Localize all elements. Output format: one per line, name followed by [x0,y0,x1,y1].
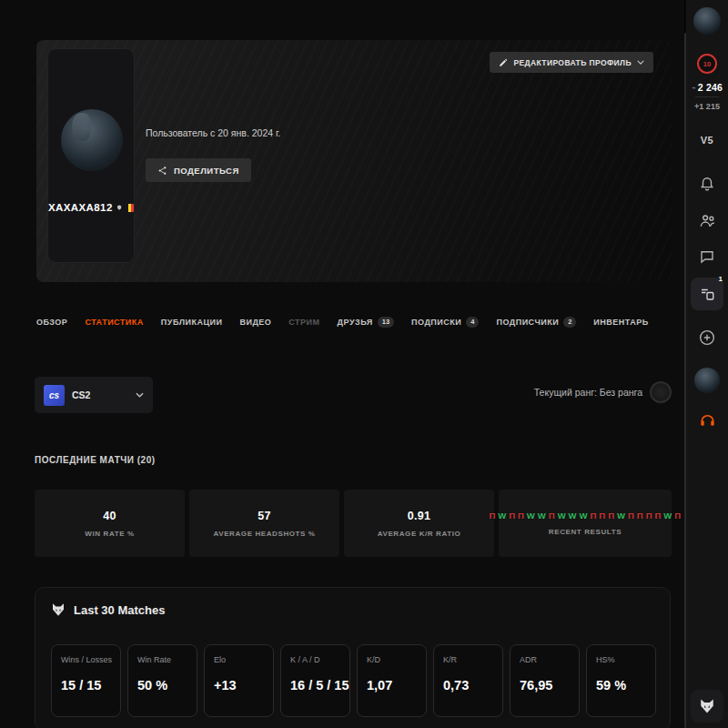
elo-wrap: ⌁ 2 246 [686,82,728,93]
plus-circle-icon [698,329,716,347]
sidebar-avatar-wrap [686,7,728,35]
elo-delta-wrap: +1 215 [686,102,728,111]
stat-tile-label: ADR [520,655,570,664]
headset-icon [699,411,716,429]
panel-header: Last 30 Matches [35,588,670,617]
avg-headshots-value: 57 [258,510,271,522]
faceit-level-icon: 10 [697,54,717,74]
current-rank: Текущий ранг: Без ранга [534,381,672,403]
result-letter: W [527,511,535,521]
profile-tabs: ОБЗОР СТАТИСТИКА ПУБЛИКАЦИИ ВИДЕО [36,313,673,331]
add-button[interactable] [698,329,716,347]
profile-tab[interactable]: ИНВЕНТАРЬ [593,314,648,330]
stat-tile-value: 0,73 [443,678,493,693]
profile-tab[interactable]: ПОДПИСКИ 4 [411,313,479,331]
profile-banner: XAXAXA812 Пользователь с 20 янв. 2024 г.… [36,40,672,282]
stat-tile-label: Elo [214,655,264,664]
username-row: XAXAXA812 [48,202,134,213]
fox-tracker-icon [699,698,715,714]
stat-tile: K/D 1,07 [357,644,427,717]
fox-tracker-icon [51,602,66,617]
stat-tile-label: Wins / Losses [61,655,111,664]
profile-page: XAXAXA812 Пользователь с 20 янв. 2024 г.… [0,0,728,728]
avg-headshots-label: AVERAGE HEADSHOTS % [213,530,315,538]
elo-value: 2 246 [698,82,723,93]
missions-button[interactable]: 1 [691,278,723,310]
profile-card: XAXAXA812 [47,48,135,263]
current-rank-label: Текущий ранг: Без ранга [534,387,642,398]
result-letter: П [599,511,605,521]
recent-stats-cards: 40 WIN RATE % 57 AVERAGE HEADSHOTS % 0.9… [35,490,672,557]
profile-tab[interactable]: СТРИМ [288,314,319,330]
missions-count-badge: 1 [719,275,723,283]
tracker-extension-button[interactable] [691,690,723,723]
tab-label: ПОДПИСЧИКИ [496,318,559,327]
user-avatar[interactable] [693,7,721,35]
avg-headshots-card: 57 AVERAGE HEADSHOTS % [189,490,339,557]
result-letter: W [580,511,588,521]
profile-tab[interactable]: ПОДПИСЧИКИ 2 [496,313,576,331]
recent-results-label: RECENT RESULTS [549,528,622,536]
tab-label: ИНВЕНТАРЬ [593,318,648,327]
profile-tab[interactable]: СТАТИСТИКА [85,314,143,330]
notifications-button[interactable] [699,175,715,191]
result-letter: П [646,511,652,521]
selected-game-label: CS2 [72,389,128,400]
friends-button[interactable] [699,212,716,229]
result-letter: П [637,511,643,521]
result-letter: W [538,511,546,521]
stat-tile: K / A / D 16 / 5 / 15 [280,644,350,717]
avg-kr-card: 0.91 AVERAGE K/R RATIO [344,490,494,557]
game-selector-row: cs CS2 Текущий ранг: Без ранга [35,377,672,413]
tab-count-badge: 2 [563,317,576,328]
username: XAXAXA812 [48,202,113,213]
result-letter: W [663,511,672,521]
version-wrap: V5 [686,135,728,146]
result-letter: П [489,511,495,521]
cs2-icon: cs [44,385,65,406]
stat-tile-label: K / A / D [290,655,340,664]
level-badge-wrap: 10 [686,54,728,74]
elo-icon: ⌁ [692,84,696,92]
tab-count-badge: 4 [466,317,479,328]
voice-button[interactable] [699,411,716,429]
profile-tab[interactable]: ОБЗОР [36,314,67,330]
profile-tab[interactable]: ВИДЕО [239,314,271,330]
bell-icon [699,175,715,191]
stat-tile-label: K/R [443,655,493,664]
result-letter: П [608,511,614,521]
main-content: XAXAXA812 Пользователь с 20 янв. 2024 г.… [0,0,684,728]
edit-profile-label: РЕДАКТИРОВАТЬ ПРОФИЛЬ [513,58,632,67]
chevron-down-icon [136,392,144,398]
chat-button[interactable] [699,248,715,265]
profile-tab[interactable]: ПУБЛИКАЦИИ [161,314,223,330]
edit-profile-button[interactable]: РЕДАКТИРОВАТЬ ПРОФИЛЬ [490,52,653,73]
friend-avatar-wrap [686,368,728,393]
result-letter: П [509,511,515,521]
result-letter: W [569,511,577,521]
result-letter: П [654,511,661,521]
share-icon [157,166,167,176]
recent-results-letters: ПWППWWПWWWПППWППППWП [489,511,681,521]
tab-label: ДРУЗЬЯ [338,318,373,327]
last-30-matches-panel: Last 30 Matches Wins / Losses 15 / 15 Wi… [35,587,671,728]
result-letter: W [617,511,625,521]
share-button[interactable]: ПОДЕЛИТЬСЯ [146,158,251,182]
game-select-dropdown[interactable]: cs CS2 [35,377,153,413]
stat-tile-value: 50 % [137,678,187,693]
tab-count-badge: 13 [378,317,394,328]
stat-tile: Wins / Losses 15 / 15 [51,644,121,717]
people-icon [699,212,716,229]
share-button-label: ПОДЕЛИТЬСЯ [174,166,239,176]
win-rate-label: WIN RATE % [85,530,134,538]
profile-tab[interactable]: ДРУЗЬЯ 13 [338,313,394,331]
stat-tile-value: 1,07 [367,678,417,693]
friend-avatar[interactable] [694,368,720,393]
right-sidebar: 10 ⌁ 2 246 +1 215 V5 [686,0,728,728]
panel-title: Last 30 Matches [74,603,165,617]
tab-label: ОБЗОР [36,318,67,327]
tab-label: ПОДПИСКИ [411,318,461,327]
stat-tile-value: 15 / 15 [61,678,111,693]
member-since-text: Пользователь с 20 янв. 2024 г. [146,127,280,138]
pencil-icon [499,58,508,67]
